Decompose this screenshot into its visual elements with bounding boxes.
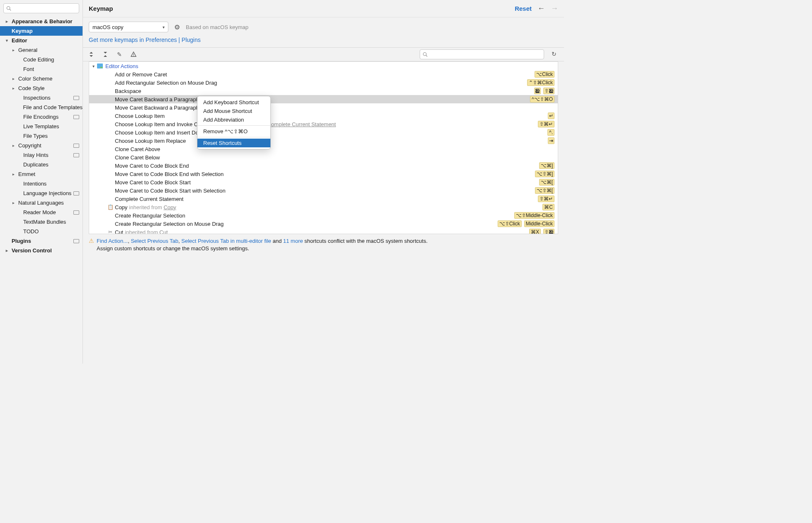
sidebar-item-reader-mode[interactable]: Reader Mode [0,208,83,217]
action-choose-lookup-item[interactable]: Choose Lookup Item↵ [89,112,558,120]
action-cut[interactable]: ✂Cut inherited from Cut⌘X⇧⌫ [89,228,558,234]
ctx-add-mouse-shortcut[interactable]: Add Mouse Shortcut [197,107,270,115]
action-add-or-remove-caret[interactable]: Add or Remove Caret⌥Click [89,70,558,78]
sidebar-item-todo[interactable]: TODO [0,227,83,236]
action-move-caret-backward-a-paragraph-with-selection[interactable]: Move Caret Backward a Paragraph with Sel… [89,103,558,112]
get-keymaps-link[interactable]: Get more keymaps in Preferences | Plugin… [83,35,564,47]
action-choose-lookup-item-and-invoke-complete-statement[interactable]: Choose Lookup Item and Invoke Complete S… [89,120,558,128]
conflict-warning: ⚠ Find Action..., Select Previous Tab, S… [83,234,564,256]
svg-point-4 [423,53,427,56]
nav-back-icon[interactable]: ← [537,4,545,13]
svg-point-0 [7,7,10,10]
action-choose-lookup-item-and-insert-dot[interactable]: Choose Lookup Item and Insert Dot^. [89,128,558,137]
ctx-reset-shortcuts[interactable]: Reset Shortcuts [197,139,270,147]
svg-point-3 [133,55,134,56]
sidebar-item-code-editing[interactable]: Code Editing [0,55,83,64]
action-create-rectangular-selection[interactable]: Create Rectangular Selection⌥⇧Middle-Cli… [89,211,558,220]
sidebar-item-emmet[interactable]: ▸Emmet [0,169,83,179]
settings-header: Keymap Reset ← → [83,0,564,17]
sidebar-item-live-templates[interactable]: Live Templates [0,122,83,131]
warn-more-link[interactable]: 11 more [283,238,303,244]
sidebar-item-intentions[interactable]: Intentions [0,179,83,188]
find-by-shortcut-icon[interactable]: ↻ [552,51,559,58]
reset-button[interactable]: Reset [515,5,532,12]
collapse-all-icon[interactable] [102,51,109,58]
sidebar-item-inspections[interactable]: Inspections [0,93,83,103]
action-move-caret-to-code-block-start-with-selection[interactable]: Move Caret to Code Block Start with Sele… [89,186,558,195]
action-backspace[interactable]: Backspace⌫⇧⌫ [89,87,558,95]
keymap-select[interactable]: macOS copy ▾ [89,22,168,32]
ctx-add-abbreviation[interactable]: Add Abbreviation [197,115,270,124]
context-menu[interactable]: Add Keyboard ShortcutAdd Mouse ShortcutA… [197,96,271,149]
sidebar-item-file-and-code-templates[interactable]: File and Code Templates [0,103,83,112]
alert-icon: ⚠ [89,237,94,252]
keymap-select-value: macOS copy [92,24,123,30]
warn-link[interactable]: Find Action... [97,238,128,244]
action-move-caret-to-code-block-end-with-selection[interactable]: Move Caret to Code Block End with Select… [89,170,558,178]
action-move-caret-to-code-block-end[interactable]: Move Caret to Code Block End⌥⌘] [89,161,558,170]
svg-line-1 [10,9,11,10]
sidebar-item-color-scheme[interactable]: ▸Color Scheme [0,74,83,83]
warn-link[interactable]: Select Previous Tab in multi-editor file [181,238,271,244]
sidebar-item-appearance-behavior[interactable]: ▸Appearance & Behavior [0,17,83,26]
sidebar-item-code-style[interactable]: ▸Code Style [0,83,83,93]
sidebar-item-language-injections[interactable]: Language Injections [0,188,83,198]
action-move-caret-to-code-block-start[interactable]: Move Caret to Code Block Start⌥⌘[ [89,178,558,186]
page-title: Keymap [89,5,113,12]
main-panel: Keymap Reset ← → macOS copy ▾ ⚙ Based on… [83,0,564,364]
sidebar-item-inlay-hints[interactable]: Inlay Hints [0,150,83,160]
sidebar-item-textmate-bundles[interactable]: TextMate Bundles [0,217,83,227]
chevron-down-icon: ▾ [163,25,165,29]
sidebar-item-editor[interactable]: ▾Editor [0,36,83,45]
action-search-input[interactable] [420,49,544,59]
sidebar-item-copyright[interactable]: ▸Copyright [0,141,83,150]
sidebar-search-input[interactable] [3,3,79,13]
action-clone-caret-below[interactable]: Clone Caret Below [89,153,558,161]
expand-all-icon[interactable] [88,51,95,58]
nav-forward-icon: → [551,4,558,13]
sidebar-item-duplicates[interactable]: Duplicates [0,160,83,169]
based-on-label: Based on macOS keymap [186,24,248,30]
sidebar-item-natural-languages[interactable]: ▸Natural Languages [0,198,83,208]
sidebar-item-file-types[interactable]: File Types [0,131,83,141]
sidebar-item-general[interactable]: ▸General [0,45,83,55]
sidebar-item-keymap[interactable]: Keymap [0,26,83,36]
action-tree[interactable]: ▾Editor ActionsAdd or Remove Caret⌥Click… [89,61,558,234]
keymap-toolbar: ✎ ↻ [83,47,564,61]
warning-icon[interactable] [130,51,137,58]
ctx-add-keyboard-shortcut[interactable]: Add Keyboard Shortcut [197,98,270,107]
action-complete-current-statement[interactable]: Complete Current Statement⇧⌘↵ [89,195,558,203]
action-move-caret-backward-a-paragraph[interactable]: Move Caret Backward a Paragraph^⌥⇧⌘O [89,95,558,103]
action-add-rectangular-selection-on-mouse-drag[interactable]: Add Rectangular Selection on Mouse Drag⌃… [89,78,558,87]
warn-link[interactable]: Select Previous Tab [131,238,178,244]
edit-icon[interactable]: ✎ [116,51,123,58]
settings-tree[interactable]: ▸Appearance & BehaviorKeymap▾Editor▸Gene… [0,17,83,364]
settings-sidebar: ▸Appearance & BehaviorKeymap▾Editor▸Gene… [0,0,83,364]
svg-line-5 [426,55,427,56]
action-category-editor-actions[interactable]: ▾Editor Actions [89,62,558,70]
action-clone-caret-above[interactable]: Clone Caret Above [89,145,558,153]
folder-icon [97,64,103,68]
sidebar-item-file-encodings[interactable]: File Encodings [0,112,83,122]
gear-icon[interactable]: ⚙ [174,23,180,31]
ctx-remove-o[interactable]: Remove ^⌥⇧⌘O [197,127,270,136]
action-create-rectangular-selection-on-mouse-drag[interactable]: Create Rectangular Selection on Mouse Dr… [89,220,558,228]
action-copy[interactable]: 📋Copy inherited from Copy⌘C [89,203,558,211]
sidebar-item-version-control[interactable]: ▸Version Control [0,246,83,255]
action-choose-lookup-item-replace[interactable]: Choose Lookup Item Replace⇥ [89,137,558,145]
sidebar-item-font[interactable]: Font [0,64,83,74]
sidebar-item-plugins[interactable]: Plugins [0,236,83,246]
